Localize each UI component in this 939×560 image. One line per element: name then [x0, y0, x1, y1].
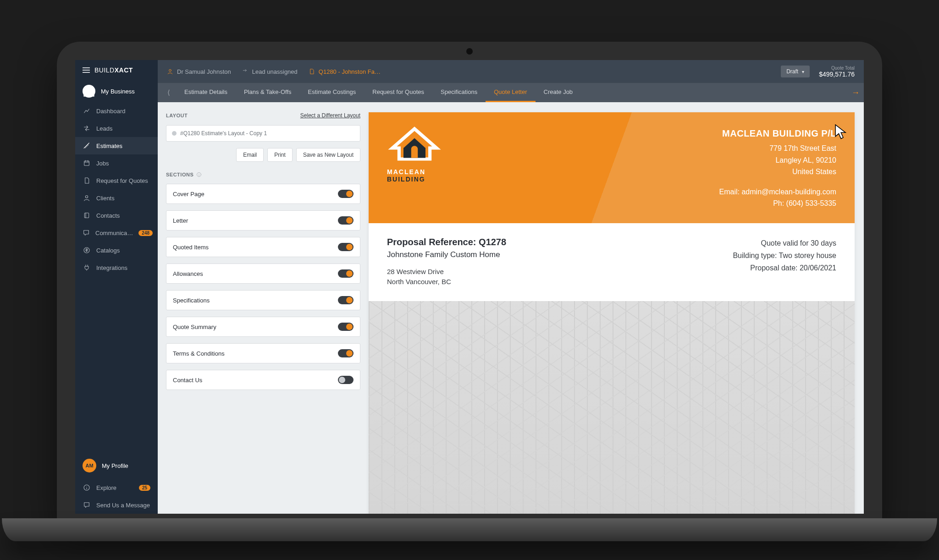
- breadcrumb-lead[interactable]: Lead unassigned: [242, 68, 298, 75]
- select-layout-link[interactable]: Select a Different Layout: [300, 112, 360, 119]
- layout-name-field[interactable]: #Q1280 Estimate's Layout - Copy 1: [166, 125, 360, 142]
- svg-point-5: [169, 69, 171, 71]
- layout-heading: LAYOUT: [166, 113, 188, 118]
- house-icon: [387, 126, 442, 165]
- sidebar-item-clients[interactable]: Clients: [75, 189, 158, 207]
- brand: BUILDXACT: [75, 60, 158, 80]
- svg-point-1: [85, 196, 88, 198]
- tabs: ⟨ Estimate Details Plans & Take-Offs Est…: [158, 83, 864, 102]
- breadcrumb-contact[interactable]: Dr Samual Johnston: [167, 68, 231, 75]
- tab-create-job[interactable]: Create Job: [536, 83, 581, 102]
- header: Dr Samual Johnston Lead unassigned Q1280…: [158, 60, 864, 83]
- preview-cover-image: [369, 301, 855, 514]
- proposal-reference: Proposal Reference: Q1278: [387, 237, 506, 247]
- toggle[interactable]: [338, 296, 354, 304]
- toggle[interactable]: [338, 269, 354, 278]
- company-logo: MACLEAN BUILDING: [387, 126, 442, 183]
- sidebar-item-estimates[interactable]: Estimates: [75, 137, 158, 154]
- info-icon: [83, 483, 91, 492]
- menu-icon[interactable]: [83, 67, 90, 73]
- preview-header: MACLEAN BUILDING MACLEAN BUILDING P/L 77…: [369, 112, 855, 223]
- dollar-icon: [83, 246, 91, 254]
- company-details: MACLEAN BUILDING P/L 779 17th Street Eas…: [719, 126, 836, 209]
- sidebar-item-message[interactable]: Send Us a Message: [75, 496, 158, 514]
- preview-body: Proposal Reference: Q1278 Johnstone Fami…: [369, 223, 855, 301]
- section-specifications[interactable]: Specifications: [166, 290, 360, 310]
- section-allowances[interactable]: Allowances: [166, 264, 360, 284]
- tab-plans[interactable]: Plans & Take-Offs: [236, 83, 300, 102]
- svg-rect-2: [84, 213, 88, 218]
- sidebar-item-dashboard[interactable]: Dashboard: [75, 102, 158, 120]
- proposal-subtitle: Johnstone Family Custom Home: [387, 250, 506, 259]
- tab-estimate-details[interactable]: Estimate Details: [176, 83, 236, 102]
- avatar: AM: [83, 459, 96, 472]
- sidebar-item-jobs[interactable]: Jobs: [75, 154, 158, 172]
- chart-icon: [83, 107, 91, 115]
- toggle[interactable]: [338, 190, 354, 198]
- section-quoted-items[interactable]: Quoted Items: [166, 237, 360, 257]
- badge: 25: [139, 485, 150, 491]
- chat-icon: [83, 229, 90, 237]
- section-cover-page[interactable]: Cover Page: [166, 184, 360, 204]
- sidebar-item-explore[interactable]: Explore 25: [75, 479, 158, 496]
- quote-preview: MACLEAN BUILDING MACLEAN BUILDING P/L 77…: [369, 112, 855, 514]
- sidebar-item-catalogs[interactable]: Catalogs: [75, 242, 158, 259]
- svg-rect-0: [84, 161, 89, 165]
- swap-icon: [83, 124, 91, 132]
- tab-quote-letter[interactable]: Quote Letter: [486, 83, 535, 102]
- sidebar-item-leads[interactable]: Leads: [75, 120, 158, 137]
- sidebar-item-contacts[interactable]: Contacts: [75, 207, 158, 224]
- sidebar-item-integrations[interactable]: Integrations: [75, 259, 158, 276]
- print-button[interactable]: Print: [267, 148, 293, 162]
- sidebar: BUILDXACT My Business Dashboard Leads Es…: [75, 60, 158, 514]
- status-dropdown[interactable]: Draft: [781, 66, 810, 77]
- tab-back-icon[interactable]: ⟨: [161, 83, 176, 102]
- info-icon: [196, 172, 202, 177]
- section-terms[interactable]: Terms & Conditions: [166, 343, 360, 363]
- calendar-icon: [83, 159, 91, 167]
- toggle[interactable]: [338, 349, 354, 357]
- plug-icon: [83, 264, 91, 272]
- tab-costings[interactable]: Estimate Costings: [300, 83, 365, 102]
- toggle[interactable]: [338, 323, 354, 331]
- main: Dr Samual Johnston Lead unassigned Q1280…: [158, 60, 864, 514]
- toggle[interactable]: [338, 376, 354, 384]
- tab-rfq[interactable]: Request for Quotes: [364, 83, 432, 102]
- config-panel: LAYOUT Select a Different Layout #Q1280 …: [158, 102, 369, 514]
- ruler-icon: [83, 142, 91, 150]
- tab-next-icon[interactable]: →: [847, 83, 864, 102]
- toggle[interactable]: [338, 243, 354, 251]
- home-icon: [83, 85, 95, 98]
- breadcrumb-quote[interactable]: Q1280 - Johnston Fa…: [309, 68, 381, 75]
- quote-total: Quote Total $499,571.76: [819, 66, 855, 78]
- section-quote-summary[interactable]: Quote Summary: [166, 317, 360, 337]
- profile[interactable]: AM My Profile: [75, 452, 158, 479]
- sections-heading: SECTIONS: [166, 172, 360, 177]
- content: LAYOUT Select a Different Layout #Q1280 …: [158, 102, 864, 514]
- email-button[interactable]: Email: [236, 148, 264, 162]
- message-icon: [83, 501, 91, 509]
- tab-specifications[interactable]: Specifications: [432, 83, 486, 102]
- badge: 248: [138, 230, 153, 236]
- save-layout-button[interactable]: Save as New Layout: [296, 148, 360, 162]
- document-icon: [83, 176, 91, 185]
- section-contact-us[interactable]: Contact Us: [166, 370, 360, 390]
- book-icon: [83, 211, 91, 220]
- sidebar-my-business[interactable]: My Business: [75, 80, 158, 102]
- section-letter[interactable]: Letter: [166, 210, 360, 231]
- toggle[interactable]: [338, 216, 354, 225]
- sidebar-item-communications[interactable]: Communica… 248: [75, 224, 158, 242]
- sidebar-item-rfq[interactable]: Request for Quotes: [75, 172, 158, 189]
- user-icon: [83, 194, 91, 202]
